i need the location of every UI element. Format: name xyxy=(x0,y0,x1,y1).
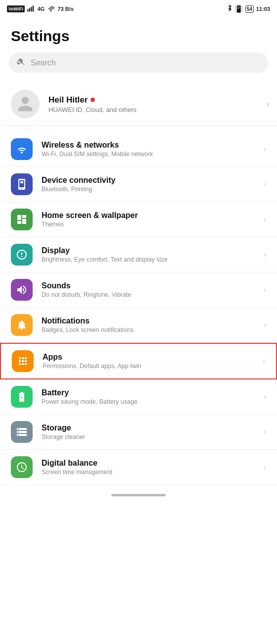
settings-item-apps[interactable]: Apps Permissions, Default apps, App twin… xyxy=(0,343,277,379)
notifications-text: Notifications Badges, Lock screen notifi… xyxy=(42,317,255,333)
settings-item-storage[interactable]: Storage Storage cleaner › xyxy=(0,415,277,450)
homescreen-icon xyxy=(11,209,33,230)
wireless-chevron-icon: › xyxy=(264,145,266,154)
sounds-title: Sounds xyxy=(42,281,255,290)
wireless-text: Wireless & networks Wi-Fi, Dual SIM sett… xyxy=(42,141,255,158)
home-bar xyxy=(111,494,166,496)
homescreen-text: Home screen & wallpaper Themes xyxy=(42,211,255,228)
sounds-icon xyxy=(11,279,33,301)
notifications-chevron-icon: › xyxy=(264,321,266,329)
search-placeholder: Search xyxy=(31,58,56,67)
sounds-chevron-icon: › xyxy=(264,285,266,294)
apps-icon xyxy=(12,350,34,372)
device-text: Device connectivity Bluetooth, Printing xyxy=(42,176,255,193)
settings-item-display[interactable]: Display Brightness, Eye comfort, Text an… xyxy=(0,237,277,272)
network-speed: 73 B/s xyxy=(57,6,73,12)
user-subtitle: HUAWEI ID, Cloud, and others xyxy=(48,106,137,113)
apps-text: Apps Permissions, Default apps, App twin xyxy=(43,353,254,370)
svg-rect-2 xyxy=(31,7,32,12)
settings-item-wireless[interactable]: Wireless & networks Wi-Fi, Dual SIM sett… xyxy=(0,132,277,167)
digitalbalance-chevron-icon: › xyxy=(264,463,266,472)
apps-chevron-icon: › xyxy=(263,357,265,366)
home-indicator xyxy=(0,485,277,502)
sounds-subtitle: Do not disturb, Ringtone, Vibrate xyxy=(42,291,255,298)
settings-item-notifications[interactable]: Notifications Badges, Lock screen notifi… xyxy=(0,308,277,343)
display-title: Display xyxy=(42,246,255,255)
settings-item-device[interactable]: Device connectivity Bluetooth, Printing … xyxy=(0,167,277,202)
display-chevron-icon: › xyxy=(264,250,266,259)
search-bar[interactable]: Search xyxy=(9,53,268,73)
settings-item-sounds[interactable]: Sounds Do not disturb, Ringtone, Vibrate… xyxy=(0,272,277,308)
battery-chevron-icon: › xyxy=(264,392,266,401)
time-display: 11:03 xyxy=(256,6,270,12)
storage-chevron-icon: › xyxy=(264,428,266,436)
homescreen-subtitle: Themes xyxy=(42,221,255,228)
storage-icon xyxy=(11,421,33,443)
profile-chevron-icon: › xyxy=(266,99,269,109)
vibrate-icon: 📳 xyxy=(234,5,243,13)
digitalbalance-icon xyxy=(11,456,33,478)
digitalbalance-title: Digital balance xyxy=(42,459,255,468)
user-profile[interactable]: Heil Hitler HUAWEI ID, Cloud, and others… xyxy=(0,83,277,126)
user-name: Heil Hitler xyxy=(48,95,137,105)
battery-text: Battery Power saving mode, Battery usage xyxy=(42,388,255,405)
digitalbalance-subtitle: Screen time management xyxy=(42,469,255,476)
signal-strength xyxy=(27,5,35,13)
device-icon xyxy=(11,173,33,195)
homescreen-title: Home screen & wallpaper xyxy=(42,211,255,220)
svg-rect-0 xyxy=(27,9,28,12)
notifications-title: Notifications xyxy=(42,317,255,325)
svg-rect-1 xyxy=(29,8,30,11)
wireless-icon xyxy=(11,138,33,160)
online-dot xyxy=(91,98,95,102)
svg-rect-4 xyxy=(20,181,23,183)
display-icon xyxy=(11,244,33,266)
apps-title: Apps xyxy=(43,353,254,362)
status-right: 📳 54 11:03 xyxy=(227,4,270,13)
settings-item-battery[interactable]: Battery Power saving mode, Battery usage… xyxy=(0,379,277,415)
device-chevron-icon: › xyxy=(264,180,266,189)
status-bar: VoWiFi 4G 73 B/s 📳 54 11:03 xyxy=(0,0,277,18)
battery-subtitle: Power saving mode, Battery usage xyxy=(42,398,255,405)
bluetooth-icon xyxy=(227,4,232,13)
status-left: VoWiFi 4G 73 B/s xyxy=(7,5,74,13)
homescreen-chevron-icon: › xyxy=(264,215,266,224)
device-subtitle: Bluetooth, Printing xyxy=(42,186,255,193)
device-title: Device connectivity xyxy=(42,176,255,185)
battery-icon xyxy=(11,386,33,408)
battery-level: 54 xyxy=(247,6,252,12)
notifications-subtitle: Badges, Lock screen notifications xyxy=(42,326,255,333)
display-text: Display Brightness, Eye comfort, Text an… xyxy=(42,246,255,263)
page-title: Settings xyxy=(0,18,277,53)
battery-indicator: 54 xyxy=(245,5,254,13)
avatar xyxy=(11,90,40,118)
settings-list: Wireless & networks Wi-Fi, Dual SIM sett… xyxy=(0,132,277,485)
wireless-title: Wireless & networks xyxy=(42,141,255,150)
storage-text: Storage Storage cleaner xyxy=(42,424,255,440)
display-subtitle: Brightness, Eye comfort, Text and displa… xyxy=(42,256,255,263)
search-icon xyxy=(17,57,26,68)
settings-item-homescreen[interactable]: Home screen & wallpaper Themes › xyxy=(0,202,277,237)
wifi-icon xyxy=(47,5,55,13)
notifications-icon xyxy=(11,314,33,336)
digitalbalance-text: Digital balance Screen time management xyxy=(42,459,255,476)
svg-rect-3 xyxy=(33,5,34,11)
storage-title: Storage xyxy=(42,424,255,432)
user-info: Heil Hitler HUAWEI ID, Cloud, and others xyxy=(48,95,137,113)
sounds-text: Sounds Do not disturb, Ringtone, Vibrate xyxy=(42,281,255,298)
apps-subtitle: Permissions, Default apps, App twin xyxy=(43,363,254,370)
wireless-subtitle: Wi-Fi, Dual SIM settings, Mobile network xyxy=(42,151,255,158)
network-type: 4G xyxy=(38,6,45,12)
vowifi-label: VoWiFi xyxy=(7,5,25,12)
settings-item-digitalbalance[interactable]: Digital balance Screen time management › xyxy=(0,450,277,485)
storage-subtitle: Storage cleaner xyxy=(42,433,255,440)
battery-title: Battery xyxy=(42,388,255,397)
